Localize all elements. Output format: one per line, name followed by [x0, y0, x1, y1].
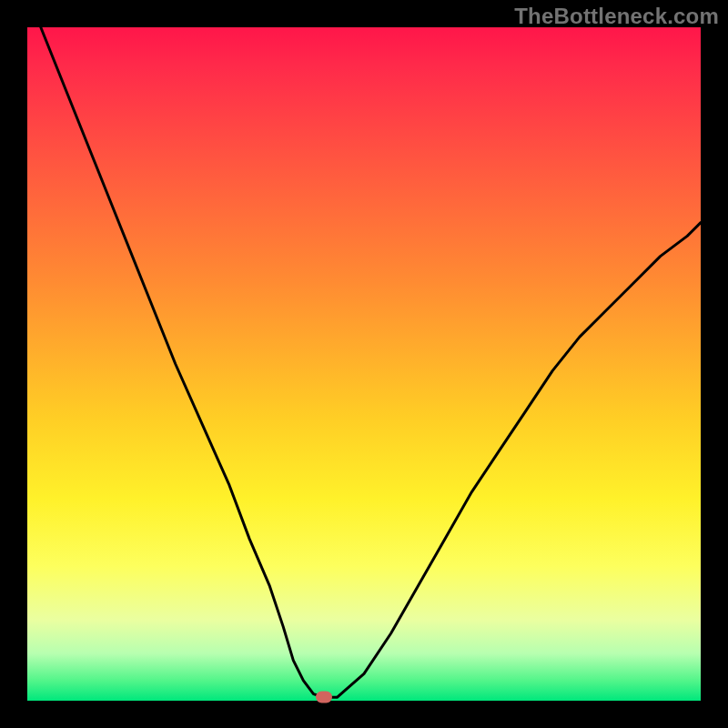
watermark-text: TheBottleneck.com [514, 4, 719, 29]
chart-frame: TheBottleneck.com [0, 0, 728, 728]
minimum-marker [316, 692, 332, 703]
bottleneck-curve [27, 27, 701, 701]
plot-area [27, 27, 701, 701]
